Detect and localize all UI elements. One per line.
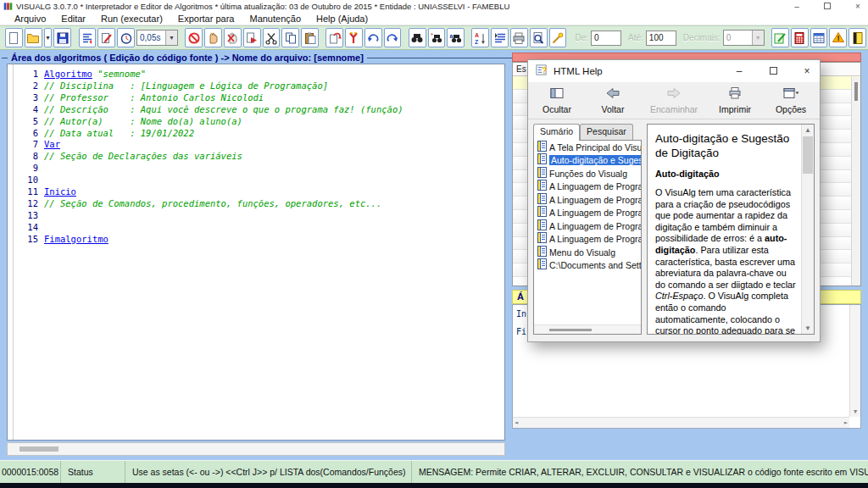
maximize-button[interactable] — [822, 2, 832, 11]
decimals-combo-arrow-icon: ▼ — [752, 30, 764, 45]
page-arrow-icon — [245, 31, 259, 45]
editor-line[interactable]: 15Fimalgoritmo — [8, 234, 504, 246]
copy-button[interactable] — [281, 28, 299, 47]
editor-line[interactable]: 9 — [8, 163, 504, 175]
tree-hscroll-thumb[interactable] — [549, 329, 592, 331]
delay-timer-button[interactable] — [117, 28, 135, 47]
wizard-button[interactable] — [549, 28, 567, 47]
editor-line[interactable]: 10 — [8, 175, 504, 186]
help-hide-button[interactable]: Ocultar — [538, 86, 576, 114]
tree-horizontal-scrollbar[interactable] — [534, 324, 641, 334]
decimals-combo[interactable]: 0▼ — [723, 30, 765, 46]
tab-pesquisar[interactable]: Pesquisar — [580, 124, 633, 140]
help-minimize-button[interactable]: – — [733, 65, 745, 77]
tree-item-a-linguagem-de-progra[interactable]: A Linguagem de Progra — [534, 219, 641, 233]
editor-hscroll-thumb[interactable] — [19, 446, 58, 452]
menu-item-manutencao[interactable]: Manutenção — [242, 14, 309, 24]
step-button[interactable] — [243, 28, 261, 47]
cut-button[interactable] — [263, 28, 281, 47]
sort-button[interactable]: AZ — [471, 28, 489, 47]
editor-line[interactable]: 5// Autor(a) : Nome do(a) aluno(a) — [8, 116, 504, 128]
new-file-button[interactable] — [5, 28, 23, 47]
pause-button[interactable] — [204, 28, 222, 47]
editor-line[interactable]: 13 — [8, 210, 504, 222]
variables-scroll-thumb[interactable] — [854, 82, 858, 101]
variables-table-scrollbar[interactable] — [851, 77, 860, 286]
help-close-button[interactable]: × — [801, 65, 813, 77]
close-button[interactable]: × — [853, 2, 863, 11]
editor-line[interactable]: 3// Professor : Antonio Carlos Nicolodi — [8, 92, 504, 104]
calculator-button[interactable] — [791, 28, 809, 47]
scroll-down-icon[interactable]: ▼ — [850, 408, 860, 415]
replace-button[interactable]: a — [447, 28, 465, 47]
editor-line[interactable]: 2// Disciplina : [Linguagem e Lógica de … — [8, 80, 504, 92]
menu-item-help-ajuda[interactable]: Help (Ajuda) — [309, 14, 376, 24]
tree-item-a-linguagem-de-progra[interactable]: A Linguagem de Progra — [534, 233, 641, 247]
editor-line[interactable]: 7Var — [8, 139, 504, 151]
console-vertical-scrollbar[interactable]: ▼ — [849, 305, 860, 417]
find-button[interactable] — [409, 28, 426, 47]
menu-item-arquivo[interactable]: Arquivo — [7, 14, 53, 24]
tree-item-a-linguagem-de-progra[interactable]: A Linguagem de Progra — [534, 207, 641, 220]
speed-combo[interactable]: 0,05s▼ — [136, 30, 178, 46]
tree-item-a-linguagem-de-progra[interactable]: A Linguagem de Progra — [534, 180, 641, 194]
menu-item-run-executar[interactable]: Run (executar) — [93, 14, 170, 24]
scroll-up-icon[interactable]: ▲ — [802, 126, 814, 134]
print-button[interactable] — [510, 28, 528, 47]
menu-item-editar[interactable]: Editar — [53, 14, 93, 24]
help-back-button[interactable]: Voltar — [594, 86, 632, 114]
help-vscroll-thumb[interactable] — [803, 136, 813, 174]
editor-line[interactable]: 1Algoritmo "semnome" — [8, 69, 504, 80]
tree-item-a-linguagem-de-progra[interactable]: A Linguagem de Progra — [534, 193, 641, 207]
stop-button[interactable] — [185, 28, 203, 47]
range-to-input[interactable] — [646, 30, 676, 46]
undo-button[interactable] — [364, 28, 382, 47]
halt-button[interactable] — [224, 28, 242, 47]
svg-text:Z: Z — [475, 38, 479, 44]
help-options-button[interactable]: Opções — [772, 86, 810, 114]
script-button[interactable] — [771, 28, 789, 47]
tab-sumario[interactable]: Sumário — [533, 124, 580, 141]
editor-line[interactable]: 12// Seção de Comandos, procedimento, fu… — [8, 198, 504, 210]
code-editor[interactable]: 1Algoritmo "semnome"2// Disciplina : [Li… — [7, 64, 505, 441]
menu-item-exportar-para[interactable]: Exportar para — [170, 14, 242, 24]
tree-item-c-documents-and-setti[interactable]: C:\Documents and Setti — [534, 259, 641, 273]
editor-line[interactable]: 14 — [8, 222, 504, 234]
print-preview-button[interactable] — [530, 28, 548, 47]
paste-button[interactable] — [301, 28, 319, 47]
console-horizontal-scrollbar[interactable]: ◄► — [513, 417, 849, 428]
redo-button[interactable] — [384, 28, 402, 47]
help-vertical-scrollbar[interactable]: ▲ ▼ — [801, 125, 814, 334]
insert-block-button[interactable] — [326, 28, 343, 47]
line-number: 4 — [8, 104, 38, 116]
help-print-button[interactable]: Imprimir — [716, 86, 754, 114]
editor-line[interactable]: 6// Data atual : 19/01/2022 — [8, 128, 504, 140]
tree-item-menu-do-visualg[interactable]: Menu do Visualg — [534, 246, 641, 259]
range-from-input[interactable] — [591, 30, 621, 46]
topic-heading: Auto-digitação e Sugestão de Digitação — [655, 131, 796, 160]
tree-item-auto-digitacao-e-sugest[interactable]: Auto-digitação e Sugest — [534, 154, 641, 168]
speed-combo-arrow-icon[interactable]: ▼ — [165, 30, 177, 45]
scroll-right-icon[interactable]: ► — [844, 419, 848, 426]
tree-item-funcoes-do-visualg[interactable]: Funções do Visualg — [534, 167, 641, 180]
editor-line[interactable]: 8// Seção de Declarações das variáveis — [8, 151, 504, 163]
tree-item-a-tela-principal-do-visu[interactable]: A Tela Principal do Visu — [534, 141, 641, 154]
indent-button[interactable] — [79, 28, 97, 47]
editor-line[interactable]: 11Inicio — [8, 186, 504, 198]
editor-horizontal-scrollbar[interactable] — [7, 442, 505, 456]
auto-edit-button[interactable] — [97, 28, 115, 47]
scroll-down-icon[interactable]: ▼ — [802, 324, 814, 332]
save-button[interactable] — [53, 28, 71, 47]
alert-button[interactable]: ! — [829, 28, 847, 47]
value-table-button[interactable] — [810, 28, 828, 47]
find-next-button[interactable]: * — [428, 28, 446, 47]
format-button[interactable] — [491, 28, 509, 47]
dos-book-button[interactable] — [849, 28, 866, 47]
breakpoint-button[interactable] — [345, 28, 363, 47]
editor-line[interactable]: 4// Descrição : Aqui você descreve o que… — [8, 104, 504, 116]
scroll-left-icon[interactable]: ◄ — [515, 419, 518, 426]
open-file-button[interactable] — [25, 28, 42, 47]
minimize-button[interactable]: – — [792, 2, 802, 11]
open-file-dropdown[interactable]: ▼ — [44, 28, 53, 47]
help-maximize-button[interactable] — [767, 65, 779, 77]
